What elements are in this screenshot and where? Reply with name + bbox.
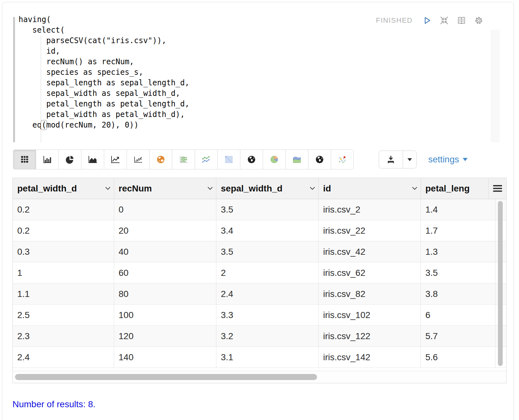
column-header-id[interactable]: id xyxy=(319,178,421,199)
code-text[interactable]: having( select( parseCSV(cat("iris.csv")… xyxy=(19,14,190,130)
chevron-down-icon[interactable] xyxy=(310,187,315,190)
bar-chart-icon xyxy=(42,155,53,164)
horizontal-scrollbar[interactable] xyxy=(13,371,506,383)
table-clip-strip xyxy=(13,368,506,371)
line-chart-icon xyxy=(110,155,121,164)
code-line: id, xyxy=(19,46,190,57)
code-line: recNum() as recNum, xyxy=(19,57,190,67)
colored-scatter-icon xyxy=(337,155,348,164)
code-line: species as species_s, xyxy=(19,67,190,78)
caret-down-icon xyxy=(407,158,412,161)
bar-chart-button[interactable] xyxy=(36,150,59,169)
table-row: 1.1802.4iris.csv_823.8 xyxy=(13,284,506,305)
table-row: 0.203.5iris.csv_21.4 xyxy=(13,199,506,220)
results-count: Number of results: 8. xyxy=(12,399,96,409)
table-row: 2.51003.3iris.csv_1026 xyxy=(13,305,506,326)
pie-chart-button[interactable] xyxy=(58,150,81,169)
code-line: petal_width as petal_width_d), xyxy=(19,109,190,120)
table-body: 0.203.5iris.csv_21.4 0.2203.4iris.csv_22… xyxy=(13,199,506,368)
code-line: select( xyxy=(19,25,190,35)
heatmap-icon xyxy=(223,155,235,164)
table-view-button[interactable] xyxy=(13,150,36,169)
colored-scatter-button[interactable] xyxy=(331,150,354,169)
download-icon xyxy=(386,155,396,164)
line-chart-button[interactable] xyxy=(104,150,127,169)
scatter-chart-button[interactable] xyxy=(127,150,150,169)
globe-dark-2-icon xyxy=(314,155,325,164)
table-menu-button[interactable] xyxy=(488,178,506,199)
chevron-down-icon[interactable] xyxy=(105,187,111,190)
gear-icon[interactable] xyxy=(474,16,484,25)
results-table: petal_width_d recNum sepal_width_d id pe… xyxy=(12,178,507,383)
code-line-last: eq(mod(recNum, 20), 0)) xyxy=(19,120,190,130)
download-button-group xyxy=(379,151,417,168)
settings-label: settings xyxy=(428,154,459,165)
output-book-icon[interactable] xyxy=(457,16,466,25)
multi-line-chart-icon xyxy=(200,155,212,164)
run-icon[interactable] xyxy=(422,16,432,25)
chevron-down-icon[interactable] xyxy=(412,187,417,190)
heatmap-button[interactable] xyxy=(217,150,240,169)
stacked-area-icon xyxy=(291,155,303,164)
table-row: 2.41403.1iris.csv_1425.6 xyxy=(13,347,506,368)
column-header-petal-width[interactable]: petal_width_d xyxy=(13,178,114,199)
horizontal-scrollbar-thumb[interactable] xyxy=(15,374,317,380)
column-header-sepal-width[interactable]: sepal_width_d xyxy=(216,178,319,199)
paragraph-controls: FINISHED xyxy=(376,16,484,25)
table-row: 0.2203.4iris.csv_221.7 xyxy=(13,220,506,241)
pie-colored-button[interactable] xyxy=(263,150,286,169)
map-globe-dark-button[interactable] xyxy=(240,150,263,169)
table-row: 2.31203.2iris.csv_1225.7 xyxy=(13,326,506,347)
table-icon xyxy=(19,155,30,164)
visualization-toolbar: settings xyxy=(13,149,503,170)
bubble-chart-icon xyxy=(178,155,189,164)
pie-chart-icon xyxy=(64,155,76,164)
code-line: having( xyxy=(19,14,190,25)
download-options-button[interactable] xyxy=(403,151,417,168)
area-chart-icon xyxy=(87,155,98,164)
table-row: 1602iris.csv_623.5 xyxy=(13,262,506,284)
editor-scrollbar-track[interactable] xyxy=(491,30,500,142)
caret-down-icon xyxy=(463,158,468,161)
paragraph-card: having( select( parseCSV(cat("iris.csv")… xyxy=(2,2,514,420)
area-chart-button[interactable] xyxy=(81,150,104,169)
code-line: parseCSV(cat("iris.csv")), xyxy=(19,35,190,46)
map-globe-orange-button[interactable] xyxy=(149,150,172,169)
paragraph-status: FINISHED xyxy=(376,16,413,25)
code-line: sepal_length as sepal_length_d, xyxy=(19,78,190,88)
chart-type-group xyxy=(13,150,354,169)
hamburger-menu-icon xyxy=(493,185,502,192)
globe-orange-icon xyxy=(155,155,167,164)
bubble-chart-button[interactable] xyxy=(172,150,195,169)
editor-gutter-bar xyxy=(13,17,15,142)
map-globe-dark-2-button[interactable] xyxy=(308,150,331,169)
globe-dark-icon xyxy=(246,155,257,164)
multi-line-chart-button[interactable] xyxy=(195,150,218,169)
vertical-scrollbar-thumb[interactable] xyxy=(498,201,503,366)
collapse-icon[interactable] xyxy=(439,16,449,25)
stacked-area-button[interactable] xyxy=(285,150,308,169)
table-header-row: petal_width_d recNum sepal_width_d id pe… xyxy=(13,178,506,199)
table-row: 0.3403.5iris.csv_421.3 xyxy=(13,241,506,262)
settings-link[interactable]: settings xyxy=(428,154,468,165)
scatter-chart-icon xyxy=(132,155,144,164)
column-header-petal-length[interactable]: petal_leng xyxy=(421,178,488,199)
column-header-recnum[interactable]: recNum xyxy=(114,178,216,199)
code-editor[interactable]: having( select( parseCSV(cat("iris.csv")… xyxy=(13,14,508,145)
code-line: sepal_width as sepal_width_d, xyxy=(19,88,190,99)
chevron-down-icon[interactable] xyxy=(207,187,213,190)
download-button[interactable] xyxy=(379,151,403,168)
pie-colored-icon xyxy=(268,155,280,164)
code-line: petal_length as petal_length_d, xyxy=(19,99,190,109)
